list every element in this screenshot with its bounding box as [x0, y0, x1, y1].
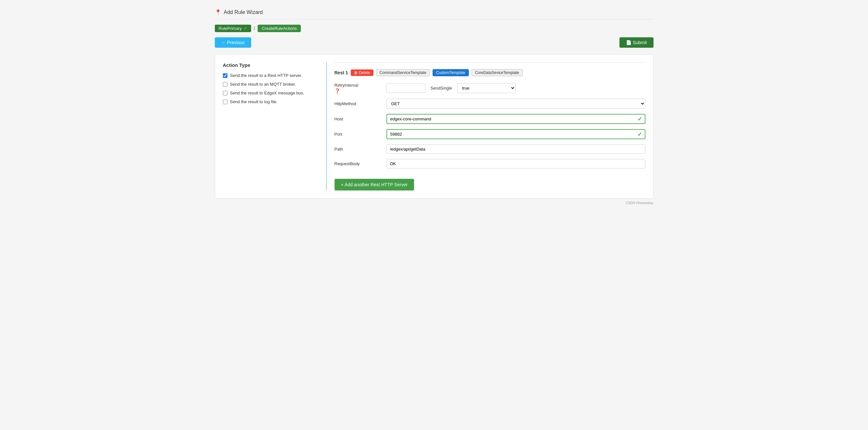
- request-body-row: RequestBody: [335, 159, 645, 168]
- checkbox-rest-http-input[interactable]: [223, 73, 227, 78]
- breadcrumb-separator: /: [254, 26, 255, 31]
- checkbox-log-label: Send the result to log file.: [230, 99, 278, 104]
- divider: [335, 62, 645, 63]
- breadcrumb-step1[interactable]: RulePrimary ✓: [215, 25, 251, 32]
- submit-button[interactable]: 📄 Submit: [619, 37, 653, 48]
- request-body-input[interactable]: [386, 159, 645, 168]
- path-field: [386, 145, 645, 154]
- retry-interval-label-group: RetryInterval ❓: [335, 83, 386, 93]
- help-icon[interactable]: ❓: [335, 88, 386, 93]
- port-input-wrapper: ✓: [386, 129, 645, 139]
- checkbox-mqtt-input[interactable]: [223, 82, 227, 87]
- rest-label: Rest 1: [335, 70, 348, 75]
- page-title: Add Rule Wizard: [224, 9, 263, 15]
- send-single-label: SendSingle: [431, 86, 452, 91]
- retry-interval-label: RetryInterval: [335, 83, 386, 88]
- checkbox-mqtt[interactable]: Send the result to an MQTT broker.: [223, 82, 318, 87]
- wizard-icon: 📍: [215, 9, 221, 15]
- host-row: Host ✓: [335, 114, 645, 124]
- tag-core-data[interactable]: CoreDataSeviceTemplate: [471, 69, 523, 76]
- checkbox-edgex-label: Send the result to EdgeX message bus.: [230, 91, 304, 95]
- breadcrumb-step2[interactable]: CreateRuleActions: [258, 25, 301, 32]
- page-title-bar: 📍 Add Rule Wizard: [215, 5, 653, 20]
- port-row: Port ✓: [335, 129, 645, 139]
- tag-command-service[interactable]: CommandServiceTemplate: [376, 69, 430, 76]
- checkbox-log-input[interactable]: [223, 100, 227, 104]
- checkbox-log[interactable]: Send the result to log file.: [223, 99, 318, 104]
- path-input[interactable]: [386, 145, 645, 154]
- retry-interval-input[interactable]: [386, 83, 425, 93]
- request-body-field: [386, 159, 645, 168]
- port-label: Port: [335, 132, 386, 136]
- step1-check-icon: ✓: [244, 26, 247, 31]
- checkbox-rest-http-label: Send the result to a Rest HTTP server.: [230, 73, 303, 78]
- path-row: Path: [335, 145, 645, 154]
- footer-note: CSDN ©freewebay: [215, 201, 653, 205]
- port-input[interactable]: [386, 129, 645, 139]
- path-label: Path: [335, 147, 386, 152]
- checkbox-rest-http[interactable]: Send the result to a Rest HTTP server.: [223, 73, 318, 78]
- checkbox-edgex-input[interactable]: [223, 91, 227, 95]
- checkbox-edgex[interactable]: Send the result to EdgeX message bus.: [223, 91, 318, 95]
- checkbox-mqtt-label: Send the result to an MQTT broker.: [230, 82, 296, 87]
- form-grid: RetryInterval ❓ SendSingle true false: [335, 83, 645, 174]
- retry-send-row: RetryInterval ❓ SendSingle true false: [335, 83, 645, 93]
- right-panel: Rest 1 🗑 Delete CommandServiceTemplate C…: [335, 62, 645, 190]
- http-method-select[interactable]: GET POST PUT DELETE: [386, 99, 645, 109]
- delete-button[interactable]: 🗑 Delete: [351, 69, 373, 76]
- toolbar: ← Previous 📄 Submit: [215, 37, 653, 48]
- host-field: ✓: [386, 114, 645, 124]
- host-input[interactable]: [386, 114, 645, 124]
- main-card: Action Type Send the result to a Rest HT…: [215, 54, 653, 198]
- add-rest-server-button[interactable]: + Add another Rest HTTP Server: [335, 179, 414, 190]
- tag-custom-template[interactable]: CustomTemplate: [433, 69, 469, 76]
- port-valid-icon: ✓: [637, 131, 642, 138]
- breadcrumb: RulePrimary ✓ / CreateRuleActions: [215, 25, 653, 32]
- retry-send-field: SendSingle true false: [386, 83, 645, 93]
- host-valid-icon: ✓: [637, 116, 642, 123]
- send-single-select[interactable]: true false: [457, 83, 516, 93]
- http-method-field: GET POST PUT DELETE: [386, 99, 645, 109]
- host-input-wrapper: ✓: [386, 114, 645, 124]
- request-body-label: RequestBody: [335, 161, 386, 166]
- host-label: Host: [335, 117, 386, 121]
- action-type-title: Action Type: [223, 62, 318, 68]
- http-method-row: HttpMethod GET POST PUT DELETE: [335, 99, 645, 109]
- port-field: ✓: [386, 129, 645, 139]
- http-method-label: HttpMethod: [335, 101, 386, 106]
- left-panel: Action Type Send the result to a Rest HT…: [223, 62, 327, 190]
- previous-button[interactable]: ← Previous: [215, 37, 251, 48]
- rest-header: Rest 1 🗑 Delete CommandServiceTemplate C…: [335, 69, 645, 76]
